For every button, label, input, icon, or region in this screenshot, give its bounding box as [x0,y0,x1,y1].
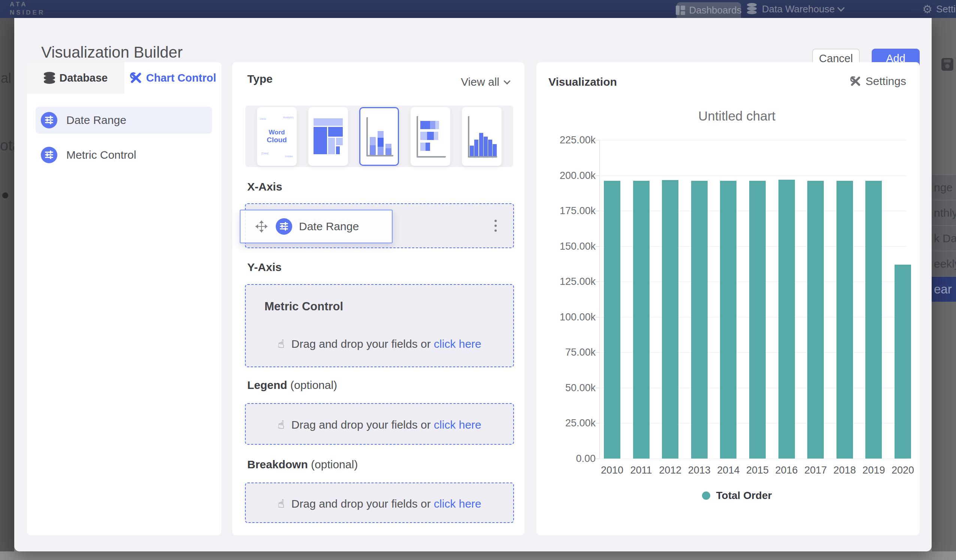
bar-2018 [836,181,853,458]
y-tick [596,140,599,140]
x-tick-label: 2018 [828,464,862,476]
metric-control-title: Metric Control [264,300,343,313]
y-tick-label: 150.00k [551,240,596,252]
tab-database[interactable]: Database [27,62,124,94]
backdrop-bottom [0,551,956,560]
x-tick-label: 2012 [653,464,687,476]
x-tick-label: 2014 [711,464,745,476]
y-tick-label: 0.00 [551,453,596,464]
tab-chart-control[interactable]: Chart Control [124,62,222,94]
chart-type-strip: iness Analytics Word Cloud [Data] Inside… [245,105,513,167]
top-navbar: ATA NSIDER Dashboards Data Warehouse ⚙ S… [0,0,956,18]
modal-title: Visualization Builder [41,44,182,61]
y-tick-label: 125.00k [551,276,596,287]
legend-swatch [702,491,710,500]
visualization-heading: Visualization [549,75,617,88]
x-tick-label: 2015 [741,464,774,476]
fields-panel: Database Chart Control Date Range Metric… [27,62,222,535]
x-tick-label: 2016 [770,464,803,476]
screen: ATA NSIDER Dashboards Data Warehouse ⚙ S… [0,0,956,560]
visualization-panel: Visualization Settings Untitled chart 22… [536,62,920,535]
tools-icon [850,76,860,87]
backdrop-left: al ota [0,18,14,551]
drop-hint: ☝ Drag and drop your fields or click her… [246,418,513,431]
legend-dropzone[interactable]: ☝ Drag and drop your fields or click her… [245,403,514,445]
backdrop-right: nge nthly k Date eekly ear [932,18,956,551]
x-tick-label: 2011 [624,464,658,476]
chart-type-stacked-column[interactable] [359,107,399,166]
save-icon [941,58,953,71]
treemap-thumb [314,118,343,154]
bar-2013 [691,181,708,458]
click-here-link[interactable]: click here [434,338,481,350]
y-tick-label: 100.00k [551,311,596,323]
field-metric-control[interactable]: Metric Control [36,141,212,168]
settings-button[interactable]: Settings [849,75,906,88]
bar-2016 [778,180,795,458]
y-tick [596,211,599,211]
x-tick-label: 2010 [595,464,629,476]
x-axis-dropzone[interactable]: Date Range Date Range [245,203,514,248]
type-heading: Type [247,73,273,85]
y-tick [596,281,599,282]
y-tick-label: 225.00k [551,134,596,146]
nav-item-settings[interactable]: ⚙ Setti [922,0,956,18]
database-icon [44,72,55,84]
y-axis-line [599,140,600,458]
y-tick-label: 200.00k [551,169,596,181]
bar-2017 [807,181,824,458]
y-tick [596,458,599,459]
click-here-link[interactable]: click here [434,419,481,431]
y-tick [596,388,599,388]
control-icon [41,147,57,163]
axis-glyph [417,116,446,158]
x-tick-label: 2013 [682,464,716,476]
y-tick-label: 50.00k [551,382,596,394]
dragged-field-chip[interactable]: Date Range [240,210,393,243]
y-tick-label: 175.00k [551,205,596,217]
control-icon [276,218,292,235]
bg-menu-item: eekly [932,251,956,276]
bg-menu-item: k Date [932,225,956,251]
chart-type-horizontal-bar[interactable] [410,107,450,166]
breakdown-dropzone[interactable]: ☝ Drag and drop your fields or click her… [245,483,514,523]
chart-type-histogram[interactable] [462,107,502,166]
chart-type-word-cloud[interactable]: iness Analytics Word Cloud [Data] Inside… [257,107,297,166]
builder-panel: Type View all iness Analytics Word Cloud… [232,62,524,535]
click-here-link[interactable]: click here [434,497,481,510]
tap-icon: ☝ [278,337,284,350]
word-cloud-thumb: iness Analytics Word Cloud [Data] Inside… [257,107,297,166]
bar-chart-plot: 225.00k200.00k175.00k150.00k125.00k100.0… [599,140,907,458]
chart-type-treemap[interactable] [308,107,348,166]
nav-item-data-warehouse[interactable]: Data Warehouse [747,0,844,18]
dashboard-grid-icon [676,6,685,15]
gridline [599,140,907,140]
y-tick [596,423,599,424]
y-tick [596,317,599,317]
bar-2014 [720,181,736,458]
gridline [599,458,907,459]
chart-title: Untitled chart [559,108,915,124]
gridline [599,176,907,176]
bg-dropdown-menu: nge nthly k Date eekly ear [932,174,956,302]
bar-2012 [662,180,678,458]
bg-bullet-dot [2,192,8,198]
y-tick [596,246,599,247]
y-tick [596,176,599,176]
tools-icon [130,72,142,84]
field-date-range[interactable]: Date Range [36,107,212,133]
x-axis-heading: X-Axis [247,180,282,193]
nav-item-dashboards[interactable]: Dashboards [676,2,741,18]
view-all-dropdown[interactable]: View all [461,75,509,88]
bar-2020 [895,265,911,458]
legend-heading: Legend (optional) [247,379,337,392]
control-icon [41,112,57,129]
y-axis-dropzone[interactable]: Metric Control ☝ Drag and drop your fiel… [245,284,514,367]
kebab-menu-icon[interactable] [494,220,497,232]
y-tick-label: 75.00k [551,347,596,358]
chart-legend[interactable]: Total Order [559,489,915,502]
bg-menu-item: nge [932,174,956,200]
x-tick-label: 2017 [799,464,832,476]
gear-icon: ⚙ [922,3,932,16]
bar-2011 [633,181,649,458]
